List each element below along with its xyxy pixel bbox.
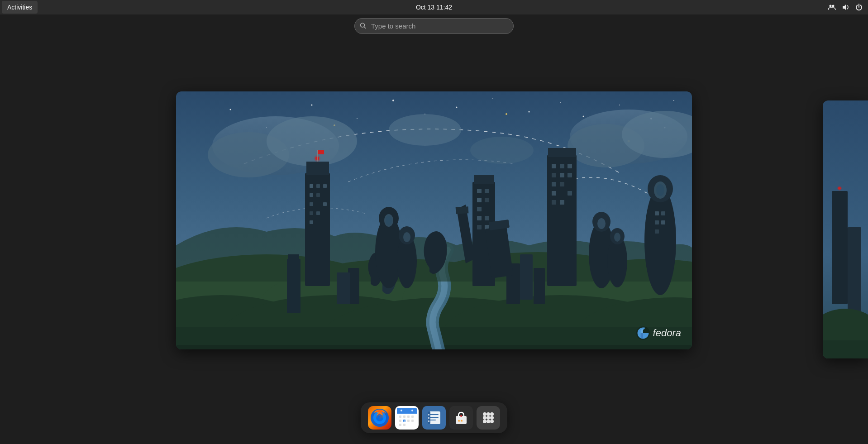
svg-point-67 (403, 232, 410, 242)
dock-software[interactable]: ★★ (449, 406, 473, 430)
clock: Oct 13 11:42 (416, 4, 452, 11)
svg-rect-107 (661, 220, 665, 224)
svg-rect-44 (288, 254, 299, 263)
svg-rect-88 (552, 182, 556, 186)
svg-rect-78 (477, 225, 482, 229)
svg-point-99 (614, 233, 620, 242)
svg-rect-104 (655, 211, 659, 215)
svg-rect-115 (520, 254, 533, 300)
svg-rect-91 (568, 191, 572, 196)
svg-point-31 (470, 137, 534, 164)
svg-rect-153 (428, 417, 429, 419)
svg-rect-48 (316, 184, 320, 188)
svg-point-64 (386, 216, 392, 225)
svg-text:9: 9 (404, 420, 405, 423)
svg-rect-92 (552, 200, 556, 205)
svg-point-10 (392, 100, 394, 101)
side-window[interactable] (823, 100, 868, 358)
dock-files[interactable] (422, 406, 446, 430)
svg-point-96 (597, 218, 606, 229)
svg-rect-116 (534, 268, 545, 304)
dock-calendar[interactable]: 9 (395, 406, 419, 430)
svg-point-164 (490, 416, 494, 420)
top-bar: Activities Oct 13 11:42 (0, 0, 868, 14)
svg-rect-136 (403, 415, 405, 418)
svg-point-162 (483, 416, 486, 420)
main-window[interactable]: fedora (176, 91, 692, 349)
svg-rect-122 (848, 227, 861, 318)
svg-rect-121 (832, 191, 848, 304)
svg-rect-45 (305, 173, 330, 286)
svg-rect-81 (548, 148, 576, 157)
svg-point-133 (401, 410, 402, 411)
svg-point-13 (492, 98, 493, 99)
svg-rect-54 (310, 211, 313, 215)
power-tray-icon[interactable] (854, 2, 864, 13)
svg-rect-138 (411, 415, 414, 418)
svg-point-129 (376, 414, 383, 421)
svg-rect-89 (560, 182, 564, 186)
svg-rect-152 (428, 414, 429, 415)
svg-point-15 (560, 102, 561, 103)
fedora-logo: fedora (636, 326, 681, 340)
svg-rect-77 (485, 216, 489, 220)
svg-point-124 (837, 186, 842, 191)
desktop-overview: fedora (0, 14, 868, 444)
svg-rect-43 (287, 259, 300, 313)
svg-point-26 (267, 116, 357, 166)
dock-appgrid[interactable] (477, 406, 500, 430)
activities-button[interactable]: Activities (2, 1, 38, 14)
svg-point-12 (456, 106, 458, 108)
svg-rect-145 (403, 424, 405, 426)
svg-point-19 (673, 100, 674, 101)
svg-point-134 (411, 410, 413, 411)
svg-rect-73 (477, 198, 482, 202)
svg-rect-135 (399, 415, 401, 418)
svg-rect-139 (399, 420, 401, 422)
dock-firefox[interactable] (368, 406, 391, 430)
svg-rect-53 (323, 202, 327, 206)
svg-point-6 (230, 109, 231, 110)
svg-point-14 (529, 111, 530, 112)
svg-rect-154 (428, 420, 429, 422)
svg-rect-126 (823, 340, 868, 358)
svg-rect-137 (407, 415, 410, 418)
svg-point-100 (644, 186, 676, 295)
users-tray-icon[interactable] (826, 2, 837, 13)
svg-marker-2 (843, 4, 846, 10)
svg-rect-83 (560, 164, 564, 168)
svg-rect-143 (411, 420, 414, 422)
system-tray (826, 2, 864, 13)
svg-rect-72 (485, 189, 489, 193)
svg-rect-70 (474, 175, 494, 184)
windows-overview: fedora (0, 14, 868, 444)
svg-point-163 (486, 416, 490, 420)
svg-text:★★: ★★ (458, 419, 463, 422)
svg-rect-71 (477, 189, 482, 193)
svg-rect-150 (429, 420, 436, 420)
svg-rect-47 (310, 184, 313, 188)
dock: 9 (361, 402, 507, 433)
svg-point-159 (483, 412, 486, 416)
svg-rect-90 (552, 191, 556, 196)
fedora-logo-text: fedora (653, 327, 681, 339)
svg-rect-86 (560, 173, 564, 177)
search-container (354, 18, 514, 34)
svg-rect-52 (310, 202, 313, 206)
search-input[interactable] (354, 18, 514, 34)
svg-rect-60 (318, 150, 324, 154)
svg-point-161 (490, 412, 494, 416)
svg-rect-49 (323, 184, 327, 188)
svg-rect-85 (552, 173, 556, 177)
svg-rect-108 (655, 229, 659, 234)
svg-point-30 (389, 114, 461, 146)
svg-rect-51 (316, 193, 320, 197)
svg-rect-142 (407, 420, 410, 422)
sound-tray-icon[interactable] (840, 2, 851, 13)
svg-rect-113 (337, 272, 350, 304)
svg-rect-105 (661, 211, 665, 215)
svg-rect-144 (399, 424, 401, 426)
svg-point-103 (656, 184, 664, 196)
svg-rect-148 (429, 414, 439, 415)
svg-point-17 (619, 105, 620, 105)
